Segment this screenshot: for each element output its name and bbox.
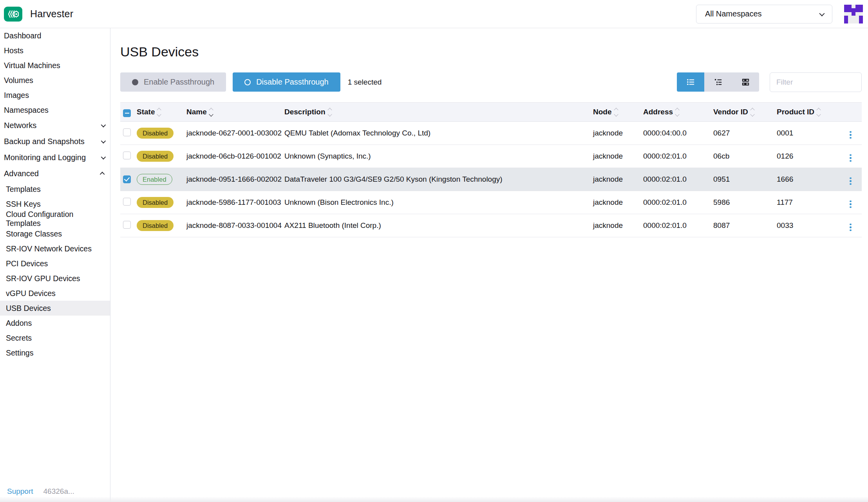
device-name: jacknode-06cb-0126-001002	[186, 152, 284, 161]
row-actions-menu[interactable]	[848, 199, 853, 210]
sidebar-item-namespaces[interactable]: Namespaces	[0, 103, 110, 117]
column-header-node[interactable]: Node	[593, 108, 643, 116]
row-actions-menu[interactable]	[848, 130, 853, 141]
sidebar-item-pci-devices[interactable]: PCI Devices	[0, 256, 110, 271]
state-badge: Disabled	[137, 128, 174, 139]
user-avatar[interactable]	[844, 5, 863, 23]
device-vendor-id: 0627	[713, 129, 777, 137]
brand[interactable]: Harvester	[4, 7, 73, 22]
filled-circle-icon	[132, 79, 138, 85]
card-view-button[interactable]	[732, 72, 759, 92]
sidebar-group-backup-and-snapshots[interactable]: Backup and Snapshots	[0, 134, 110, 150]
sidebar-group-networks[interactable]: Networks	[0, 117, 110, 134]
main-content: USB Devices Enable Passthrough Disable P…	[110, 28, 868, 502]
device-node: jacknode	[593, 198, 643, 207]
disable-passthrough-button[interactable]: Disable Passthrough	[233, 72, 340, 92]
device-node: jacknode	[593, 152, 643, 161]
filter-input[interactable]	[770, 72, 862, 92]
sidebar-item-ssh-keys[interactable]: SSH Keys	[0, 197, 110, 211]
row-actions-menu[interactable]	[848, 153, 853, 164]
sidebar-item-vgpu-devices[interactable]: vGPU Devices	[0, 286, 110, 301]
sidebar-item-volumes[interactable]: Volumes	[0, 73, 110, 88]
sidebar-item-settings[interactable]: Settings	[0, 345, 110, 360]
device-node: jacknode	[593, 129, 643, 137]
sidebar-item-addons[interactable]: Addons	[0, 316, 110, 330]
device-product-id: 0033	[777, 221, 835, 230]
sort-desc-icon	[210, 108, 213, 116]
view-toggle-group	[677, 72, 759, 92]
sort-icon	[751, 108, 754, 116]
table-row[interactable]: Disabled jacknode-06cb-0126-001002 Unkno…	[120, 145, 862, 168]
sort-icon	[157, 108, 161, 116]
list-view-button[interactable]	[677, 72, 704, 92]
device-name: jacknode-8087-0033-001004	[186, 221, 284, 230]
version-label: 46326a...	[43, 487, 74, 496]
list-icon	[686, 78, 695, 87]
namespace-selected-value: All Namespaces	[705, 9, 762, 18]
harvester-app: Harvester All Namespaces Dashboard Hosts…	[0, 0, 868, 502]
sidebar-item-sriov-network-devices[interactable]: SR-IOV Network Devices	[0, 241, 110, 256]
state-badge: Disabled	[137, 151, 174, 162]
column-header-description[interactable]: Description	[284, 108, 593, 116]
table-row[interactable]: Disabled jacknode-8087-0033-001004 AX211…	[120, 214, 862, 237]
enable-passthrough-button[interactable]: Enable Passthrough	[120, 72, 226, 92]
sidebar-item-sriov-gpu-devices[interactable]: SR-IOV GPU Devices	[0, 271, 110, 286]
device-vendor-id: 06cb	[713, 152, 777, 161]
grouped-view-button[interactable]	[704, 72, 732, 92]
column-header-product-id[interactable]: Product ID	[777, 108, 835, 116]
sidebar-item-storage-classes[interactable]: Storage Classes	[0, 226, 110, 241]
row-checkbox[interactable]	[123, 198, 131, 206]
sidebar-item-dashboard[interactable]: Dashboard	[0, 28, 110, 43]
sidebar-item-cloud-configuration-templates[interactable]: Cloud Configuration Templates	[0, 211, 110, 226]
device-address: 0000:02:01.0	[643, 152, 713, 161]
namespace-selector[interactable]: All Namespaces	[696, 5, 832, 23]
device-vendor-id: 0951	[713, 175, 777, 184]
device-product-id: 0001	[777, 129, 835, 137]
sidebar-footer: Support 46326a...	[7, 487, 74, 496]
sidebar-item-images[interactable]: Images	[0, 88, 110, 103]
column-header-address[interactable]: Address	[643, 108, 713, 116]
row-checkbox[interactable]	[123, 152, 131, 159]
row-actions-menu[interactable]	[848, 176, 853, 187]
column-header-vendor-id[interactable]: Vendor ID	[713, 108, 777, 116]
app-title: Harvester	[30, 8, 73, 20]
row-actions-menu[interactable]	[848, 222, 853, 233]
device-vendor-id: 8087	[713, 221, 777, 230]
row-checkbox[interactable]	[123, 221, 131, 229]
support-link[interactable]: Support	[7, 487, 33, 496]
column-header-state[interactable]: State	[137, 108, 186, 116]
chevron-down-icon	[101, 123, 106, 128]
sidebar-item-usb-devices[interactable]: USB Devices	[0, 301, 110, 316]
device-name: jacknode-0627-0001-003002	[186, 129, 284, 137]
device-description: QEMU Tablet (Adomax Technology Co., Ltd)	[284, 129, 593, 137]
device-name: jacknode-0951-1666-002002	[186, 175, 284, 184]
chevron-down-icon	[101, 139, 106, 144]
selected-count: 1 selected	[348, 78, 382, 87]
horizontal-scrollbar-track[interactable]	[0, 497, 868, 502]
sidebar-group-monitoring-and-logging[interactable]: Monitoring and Logging	[0, 150, 110, 166]
state-badge: Disabled	[137, 197, 174, 208]
sidebar-item-secrets[interactable]: Secrets	[0, 330, 110, 345]
sidebar-item-templates[interactable]: Templates	[0, 182, 110, 197]
state-badge: Enabled	[137, 174, 172, 185]
column-header-name[interactable]: Name	[186, 108, 284, 116]
sidebar: Dashboard Hosts Virtual Machines Volumes…	[0, 28, 110, 502]
sidebar-group-advanced[interactable]: Advanced	[0, 166, 110, 182]
card-list-icon	[741, 78, 750, 87]
table-row[interactable]: Enabled jacknode-0951-1666-002002 DataTr…	[120, 168, 862, 191]
sidebar-item-virtual-machines[interactable]: Virtual Machines	[0, 58, 110, 73]
harvester-logo-icon	[4, 7, 22, 22]
sidebar-item-hosts[interactable]: Hosts	[0, 43, 110, 58]
row-checkbox[interactable]	[123, 128, 131, 136]
chevron-down-icon	[101, 155, 106, 160]
top-bar: Harvester All Namespaces	[0, 0, 868, 28]
sort-icon	[328, 108, 331, 116]
sort-icon	[676, 108, 679, 116]
ring-circle-icon	[244, 79, 251, 85]
select-all-checkbox[interactable]	[123, 109, 131, 117]
row-checkbox[interactable]	[123, 175, 131, 183]
device-product-id: 1177	[777, 198, 835, 207]
chevron-down-icon	[819, 11, 825, 16]
table-row[interactable]: Disabled jacknode-0627-0001-003002 QEMU …	[120, 122, 862, 145]
table-row[interactable]: Disabled jacknode-5986-1177-001003 Unkno…	[120, 191, 862, 214]
